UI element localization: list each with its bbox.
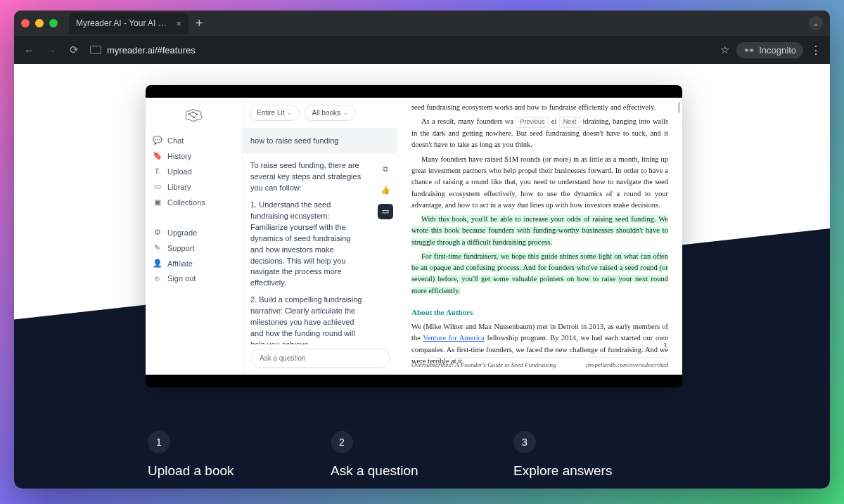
feature-step-3: 3 Explore answers	[513, 431, 668, 479]
view-source-button[interactable]: ▭	[378, 204, 393, 219]
page-number: 3	[664, 341, 667, 351]
sidebar-item-upload[interactable]: ⇧Upload	[153, 167, 236, 176]
app-logo[interactable]	[153, 108, 236, 123]
sidebar-item-chat[interactable]: 💬Chat	[153, 136, 236, 145]
address-bar[interactable]: myreader.ai/#features	[90, 45, 196, 56]
doc-footer: Oversubscribed: A Founder's Guide to See…	[411, 357, 668, 370]
site-settings-icon[interactable]	[90, 46, 101, 54]
svg-line-5	[193, 112, 198, 115]
collections-icon: ▣	[153, 198, 162, 207]
sliders-icon: ⚙	[153, 228, 162, 237]
upload-icon: ⇧	[153, 167, 162, 176]
chevron-down-icon: ⌄	[343, 110, 348, 116]
step-badge: 3	[513, 431, 536, 453]
step-badge: 1	[148, 431, 170, 453]
feature-title: Explore answers	[513, 463, 668, 479]
window-controls	[21, 19, 58, 27]
chat-panel: Entire Lit⌄ All books⌄ how to raise seed…	[243, 98, 397, 375]
signout-icon: ⎋	[153, 274, 162, 283]
doc-paragraph-highlighted: With this book, you'll be able to increa…	[411, 214, 668, 248]
doc-paragraph: Many founders have raised $1M rounds (or…	[411, 154, 668, 211]
sidebar-item-collections[interactable]: ▣Collections	[153, 198, 236, 207]
books-dropdown[interactable]: All books⌄	[304, 105, 356, 121]
scrollbar-thumb[interactable]	[678, 102, 680, 113]
url-bar: ← → ⟳ myreader.ai/#features ☆ 👓 Incognit…	[14, 36, 830, 64]
ask-input[interactable]	[250, 349, 390, 368]
sidebar-item-label: Collections	[167, 198, 205, 207]
sidebar-item-label: Chat	[167, 136, 184, 145]
doc-title: Oversubscribed: A Founder's Guide to See…	[411, 361, 556, 370]
venture-for-america-link[interactable]: Venture for America	[423, 334, 485, 342]
reload-button[interactable]: ⟳	[68, 44, 80, 56]
answer-step-2: 2. Build a compelling fundraising narrat…	[250, 295, 363, 344]
sidebar-item-label: Affiliate	[167, 259, 193, 268]
help-icon: ✎	[153, 243, 162, 252]
new-tab-button[interactable]: +	[196, 16, 203, 31]
query-text: how to raise seed funding	[250, 136, 338, 145]
url-text: myreader.ai/#features	[107, 45, 196, 56]
svg-line-7	[189, 115, 195, 118]
browser-window: Myreader AI - Your AI powere × + ⌄ ← → ⟳…	[14, 11, 830, 489]
step-badge: 2	[331, 431, 353, 453]
sidebar-item-support[interactable]: ✎Support	[153, 243, 236, 252]
answer-area: ⧉ 👍 ▭ To raise seed funding, there are s…	[243, 153, 397, 344]
copy-icon: ⧉	[383, 164, 388, 175]
copy-button[interactable]: ⧉	[378, 162, 393, 177]
about-heading: About the Authors	[411, 306, 668, 318]
scope-dropdown[interactable]: Entire Lit⌄	[249, 105, 300, 121]
user-icon: 👤	[153, 259, 162, 268]
dropdown-label: Entire Lit	[257, 109, 284, 117]
forward-button[interactable]: →	[45, 44, 58, 56]
book-open-icon: ▭	[382, 206, 389, 217]
close-window-button[interactable]	[21, 19, 30, 27]
chevron-down-icon: ⌄	[287, 110, 292, 116]
titlebar: Myreader AI - Your AI powere × + ⌄	[14, 11, 830, 36]
browser-tab[interactable]: Myreader AI - Your AI powere ×	[69, 13, 188, 34]
incognito-icon: 👓	[743, 45, 755, 56]
document-viewer[interactable]: seed fundraising ecosystem works and how…	[397, 98, 682, 375]
svg-line-6	[194, 115, 198, 118]
maximize-window-button[interactable]	[49, 19, 58, 27]
incognito-badge[interactable]: 👓 Incognito	[736, 42, 803, 58]
brain-icon	[184, 108, 205, 123]
sidebar-item-label: Upgrade	[167, 228, 197, 237]
back-button[interactable]: ←	[23, 44, 35, 56]
book-icon: ▭	[153, 182, 162, 191]
answer-step-1: 1. Understand the seed fundraising ecosy…	[250, 200, 363, 290]
tab-title: Myreader AI - Your AI powere	[76, 18, 170, 28]
feature-title: Ask a question	[331, 463, 485, 479]
like-button[interactable]: 👍	[378, 183, 393, 198]
doc-source-url: propellerdb.com/oversubscribed	[586, 361, 668, 370]
sidebar-item-upgrade[interactable]: ⚙Upgrade	[153, 228, 236, 237]
sidebar-item-label: Support	[167, 244, 195, 252]
user-query[interactable]: how to raise seed funding	[243, 128, 397, 153]
doc-paragraph-highlighted: For first-time fundraisers, we hope this…	[411, 251, 668, 297]
prev-highlight-button[interactable]: Previous	[516, 117, 549, 128]
page-content: 💬Chat 🔖History ⇧Upload ▭Library ▣Collect…	[14, 64, 830, 489]
next-highlight-button[interactable]: Next	[559, 117, 581, 128]
bookmark-icon: 🔖	[153, 151, 162, 160]
product-screenshot-card: 💬Chat 🔖History ⇧Upload ▭Library ▣Collect…	[146, 85, 682, 387]
doc-paragraph: seed fundraising ecosystem works and how…	[411, 102, 668, 113]
feature-title: Upload a book	[148, 463, 302, 479]
svg-line-4	[189, 112, 193, 115]
browser-menu-button[interactable]: ⋮	[810, 44, 821, 57]
answer-text: To raise seed funding, there are several…	[250, 160, 363, 344]
app-sidebar: 💬Chat 🔖History ⇧Upload ▭Library ▣Collect…	[146, 98, 243, 375]
sidebar-item-label: Upload	[167, 167, 192, 176]
sidebar-item-label: Library	[167, 183, 191, 191]
feature-step-1: 1 Upload a book	[148, 431, 302, 479]
chat-icon: 💬	[153, 136, 162, 145]
sidebar-item-library[interactable]: ▭Library	[153, 182, 236, 191]
sidebar-item-affiliate[interactable]: 👤Affiliate	[153, 259, 236, 268]
sidebar-item-signout[interactable]: ⎋Sign out	[153, 274, 236, 283]
close-tab-icon[interactable]: ×	[176, 18, 181, 29]
bookmark-icon[interactable]: ☆	[720, 44, 729, 56]
sidebar-item-label: History	[167, 152, 191, 160]
thumbs-up-icon: 👍	[381, 185, 390, 196]
sidebar-item-history[interactable]: 🔖History	[153, 151, 236, 160]
feature-step-2: 2 Ask a question	[331, 431, 485, 479]
tabs-menu-button[interactable]: ⌄	[809, 16, 823, 30]
minimize-window-button[interactable]	[35, 19, 44, 27]
feature-steps: 1 Upload a book 2 Ask a question 3 Explo…	[148, 431, 781, 479]
